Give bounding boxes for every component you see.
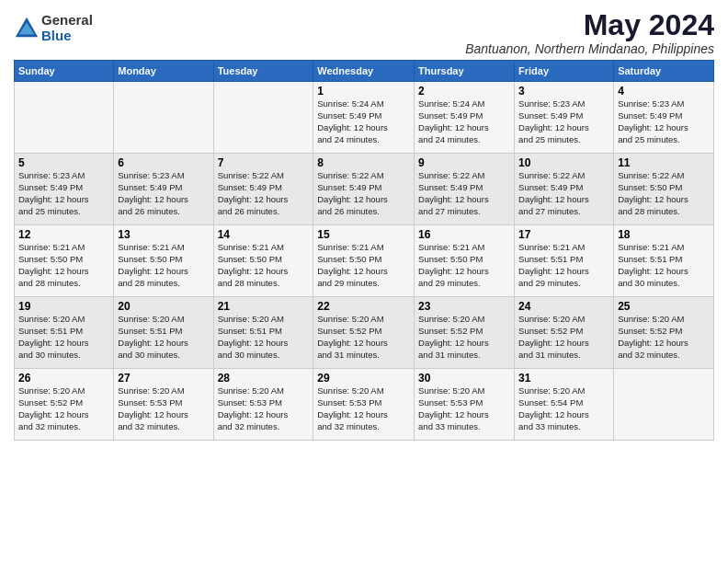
day-number: 15: [317, 228, 410, 241]
day-info: Sunrise: 5:21 AM Sunset: 5:50 PM Dayligh…: [317, 242, 410, 289]
day-number: 12: [18, 228, 109, 241]
day-number: 18: [618, 228, 710, 241]
calendar-cell: 18Sunrise: 5:21 AM Sunset: 5:51 PM Dayli…: [614, 225, 714, 297]
day-info: Sunrise: 5:21 AM Sunset: 5:50 PM Dayligh…: [418, 242, 510, 289]
day-number: 3: [518, 85, 609, 98]
calendar-cell: 4Sunrise: 5:23 AM Sunset: 5:49 PM Daylig…: [614, 82, 714, 154]
day-info: Sunrise: 5:21 AM Sunset: 5:50 PM Dayligh…: [218, 242, 310, 289]
calendar-cell: 13Sunrise: 5:21 AM Sunset: 5:50 PM Dayli…: [114, 225, 213, 297]
day-number: 1: [317, 85, 410, 98]
calendar-cell: 6Sunrise: 5:23 AM Sunset: 5:49 PM Daylig…: [114, 154, 213, 225]
day-info: Sunrise: 5:22 AM Sunset: 5:49 PM Dayligh…: [418, 170, 510, 217]
day-number: 24: [518, 300, 609, 313]
day-number: 27: [118, 372, 209, 385]
header-wednesday: Wednesday: [313, 61, 415, 82]
day-info: Sunrise: 5:23 AM Sunset: 5:49 PM Dayligh…: [618, 98, 710, 145]
calendar-cell: 27Sunrise: 5:20 AM Sunset: 5:53 PM Dayli…: [114, 369, 213, 441]
day-number: 4: [618, 85, 710, 98]
day-info: Sunrise: 5:20 AM Sunset: 5:51 PM Dayligh…: [118, 314, 209, 361]
calendar-cell: 5Sunrise: 5:23 AM Sunset: 5:49 PM Daylig…: [15, 154, 114, 225]
calendar-cell: 19Sunrise: 5:20 AM Sunset: 5:51 PM Dayli…: [15, 297, 114, 369]
calendar-cell: 9Sunrise: 5:22 AM Sunset: 5:49 PM Daylig…: [415, 154, 515, 225]
week-row-5: 26Sunrise: 5:20 AM Sunset: 5:52 PM Dayli…: [15, 369, 714, 441]
calendar-table: Sunday Monday Tuesday Wednesday Thursday…: [14, 60, 714, 441]
calendar-cell: 7Sunrise: 5:22 AM Sunset: 5:49 PM Daylig…: [213, 154, 313, 225]
calendar-cell: 22Sunrise: 5:20 AM Sunset: 5:52 PM Dayli…: [313, 297, 415, 369]
day-number: 6: [118, 156, 209, 169]
day-number: 19: [18, 300, 109, 313]
day-info: Sunrise: 5:20 AM Sunset: 5:52 PM Dayligh…: [317, 314, 410, 361]
days-header-row: Sunday Monday Tuesday Wednesday Thursday…: [15, 61, 714, 82]
day-number: 22: [317, 300, 410, 313]
calendar-cell: 24Sunrise: 5:20 AM Sunset: 5:52 PM Dayli…: [515, 297, 614, 369]
day-info: Sunrise: 5:22 AM Sunset: 5:50 PM Dayligh…: [618, 170, 710, 217]
day-info: Sunrise: 5:23 AM Sunset: 5:49 PM Dayligh…: [18, 170, 109, 217]
day-number: 30: [418, 372, 510, 385]
day-info: Sunrise: 5:20 AM Sunset: 5:52 PM Dayligh…: [618, 314, 710, 361]
calendar-cell: 11Sunrise: 5:22 AM Sunset: 5:50 PM Dayli…: [614, 154, 714, 225]
day-number: 23: [418, 300, 510, 313]
calendar-cell: 30Sunrise: 5:20 AM Sunset: 5:53 PM Dayli…: [415, 369, 515, 441]
calendar-cell: 2Sunrise: 5:24 AM Sunset: 5:49 PM Daylig…: [415, 82, 515, 154]
location-text: Bantuanon, Northern Mindanao, Philippine…: [465, 41, 714, 56]
day-info: Sunrise: 5:20 AM Sunset: 5:53 PM Dayligh…: [118, 385, 209, 432]
header-saturday: Saturday: [614, 61, 714, 82]
calendar-cell: 28Sunrise: 5:20 AM Sunset: 5:53 PM Dayli…: [213, 369, 313, 441]
calendar-cell: 25Sunrise: 5:20 AM Sunset: 5:52 PM Dayli…: [614, 297, 714, 369]
logo-general-text: General: [41, 13, 93, 29]
calendar-cell: 26Sunrise: 5:20 AM Sunset: 5:52 PM Dayli…: [15, 369, 114, 441]
day-info: Sunrise: 5:21 AM Sunset: 5:50 PM Dayligh…: [118, 242, 209, 289]
day-number: 10: [518, 156, 609, 169]
week-row-1: 1Sunrise: 5:24 AM Sunset: 5:49 PM Daylig…: [15, 82, 714, 154]
day-number: 25: [618, 300, 710, 313]
day-info: Sunrise: 5:24 AM Sunset: 5:49 PM Dayligh…: [317, 98, 410, 145]
calendar-cell: 17Sunrise: 5:21 AM Sunset: 5:51 PM Dayli…: [515, 225, 614, 297]
day-info: Sunrise: 5:22 AM Sunset: 5:49 PM Dayligh…: [218, 170, 310, 217]
day-number: 28: [218, 372, 310, 385]
month-title: May 2024: [465, 9, 714, 41]
logo-blue-text: Blue: [41, 29, 93, 44]
calendar-cell: 12Sunrise: 5:21 AM Sunset: 5:50 PM Dayli…: [15, 225, 114, 297]
calendar-cell: 20Sunrise: 5:20 AM Sunset: 5:51 PM Dayli…: [114, 297, 213, 369]
logo-text: General Blue: [41, 13, 93, 43]
calendar-cell: 21Sunrise: 5:20 AM Sunset: 5:51 PM Dayli…: [213, 297, 313, 369]
logo: General Blue: [14, 13, 93, 43]
day-info: Sunrise: 5:22 AM Sunset: 5:49 PM Dayligh…: [317, 170, 410, 217]
page-container: General Blue May 2024 Bantuanon, Norther…: [0, 0, 728, 445]
day-number: 8: [317, 156, 410, 169]
header-sunday: Sunday: [15, 61, 114, 82]
day-info: Sunrise: 5:20 AM Sunset: 5:52 PM Dayligh…: [18, 385, 109, 432]
day-info: Sunrise: 5:20 AM Sunset: 5:52 PM Dayligh…: [418, 314, 510, 361]
calendar-cell: 14Sunrise: 5:21 AM Sunset: 5:50 PM Dayli…: [213, 225, 313, 297]
header-tuesday: Tuesday: [213, 61, 313, 82]
calendar-cell: [213, 82, 313, 154]
day-number: 31: [518, 372, 609, 385]
day-info: Sunrise: 5:21 AM Sunset: 5:51 PM Dayligh…: [518, 242, 609, 289]
calendar-cell: 16Sunrise: 5:21 AM Sunset: 5:50 PM Dayli…: [415, 225, 515, 297]
day-info: Sunrise: 5:23 AM Sunset: 5:49 PM Dayligh…: [518, 98, 609, 145]
day-number: 26: [18, 372, 109, 385]
calendar-cell: 10Sunrise: 5:22 AM Sunset: 5:49 PM Dayli…: [515, 154, 614, 225]
day-info: Sunrise: 5:22 AM Sunset: 5:49 PM Dayligh…: [518, 170, 609, 217]
day-number: 11: [618, 156, 710, 169]
week-row-3: 12Sunrise: 5:21 AM Sunset: 5:50 PM Dayli…: [15, 225, 714, 297]
day-info: Sunrise: 5:23 AM Sunset: 5:49 PM Dayligh…: [118, 170, 209, 217]
day-number: 2: [418, 85, 510, 98]
logo-icon: [14, 16, 40, 41]
calendar-cell: [114, 82, 213, 154]
day-number: 17: [518, 228, 609, 241]
week-row-4: 19Sunrise: 5:20 AM Sunset: 5:51 PM Dayli…: [15, 297, 714, 369]
header-thursday: Thursday: [415, 61, 515, 82]
calendar-cell: 3Sunrise: 5:23 AM Sunset: 5:49 PM Daylig…: [515, 82, 614, 154]
day-number: 16: [418, 228, 510, 241]
calendar-cell: 29Sunrise: 5:20 AM Sunset: 5:53 PM Dayli…: [313, 369, 415, 441]
header-friday: Friday: [515, 61, 614, 82]
day-info: Sunrise: 5:20 AM Sunset: 5:54 PM Dayligh…: [518, 385, 609, 432]
calendar-cell: [614, 369, 714, 441]
day-number: 7: [218, 156, 310, 169]
day-info: Sunrise: 5:21 AM Sunset: 5:51 PM Dayligh…: [618, 242, 710, 289]
header-monday: Monday: [114, 61, 213, 82]
calendar-cell: 23Sunrise: 5:20 AM Sunset: 5:52 PM Dayli…: [415, 297, 515, 369]
day-number: 5: [18, 156, 109, 169]
day-info: Sunrise: 5:21 AM Sunset: 5:50 PM Dayligh…: [18, 242, 109, 289]
